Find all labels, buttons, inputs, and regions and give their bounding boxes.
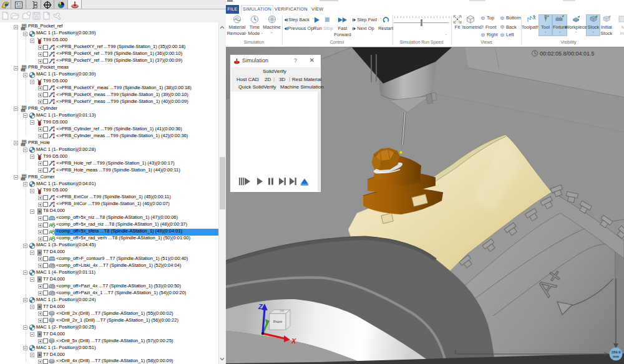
svg-text:mm: mm — [613, 355, 619, 358]
svg-text:Front: Front — [273, 320, 282, 323]
svg-text:189.9: 189.9 — [611, 350, 621, 354]
svg-text:Z: Z — [258, 303, 263, 310]
svg-text:00:02:05.8/00:04:01.5: 00:02:05.8/00:04:01.5 — [540, 50, 595, 57]
svg-text:X: X — [291, 337, 296, 345]
